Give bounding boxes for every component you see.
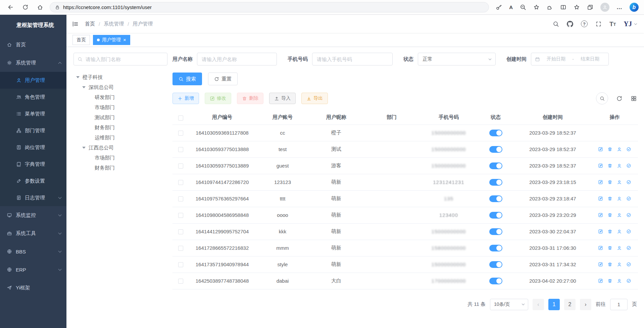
more-options-icon[interactable]: … xyxy=(616,4,623,11)
delete-user-icon[interactable] xyxy=(607,147,612,152)
sidebar-item-bbs[interactable]: BBS xyxy=(0,242,66,261)
status-toggle[interactable] xyxy=(489,228,502,235)
page-size-select[interactable]: 10条/页 xyxy=(490,299,528,310)
tab-user-management[interactable]: 用户管理 × xyxy=(93,35,130,45)
row-checkbox[interactable] xyxy=(178,163,183,169)
delete-user-icon[interactable] xyxy=(607,196,612,201)
assign-role-icon[interactable] xyxy=(626,180,631,185)
sidebar-item-menu-management[interactable]: 菜单管理 xyxy=(0,105,66,122)
sidebar-item-role-management[interactable]: 角色管理 xyxy=(0,89,66,105)
username-input[interactable] xyxy=(197,53,277,65)
address-bar[interactable]: https://ccnetcore.com:1101/system/user xyxy=(50,2,489,12)
breadcrumb-user[interactable]: 用户管理 xyxy=(133,21,153,27)
goto-page-input[interactable] xyxy=(610,299,628,310)
status-toggle[interactable] xyxy=(489,212,502,219)
assign-role-icon[interactable] xyxy=(626,245,631,250)
fullscreen-icon[interactable] xyxy=(595,21,602,27)
status-toggle[interactable] xyxy=(489,179,502,186)
tree-node[interactable]: 财务部门 xyxy=(73,123,167,133)
home-button[interactable] xyxy=(35,2,45,12)
tree-node[interactable]: 江西总公司 xyxy=(73,143,167,153)
row-checkbox[interactable] xyxy=(178,147,183,152)
reset-password-icon[interactable] xyxy=(617,245,622,250)
assign-role-icon[interactable] xyxy=(626,196,631,201)
row-checkbox[interactable] xyxy=(178,246,183,251)
search-icon[interactable] xyxy=(553,21,559,27)
read-aloud-icon[interactable]: A xyxy=(509,4,513,10)
tree-node[interactable]: 深圳总公司 xyxy=(73,82,167,92)
edit-user-icon[interactable] xyxy=(598,180,603,185)
assign-role-icon[interactable] xyxy=(626,163,631,168)
copilot-bing-icon[interactable]: b xyxy=(630,3,639,12)
edit-user-icon[interactable] xyxy=(598,147,603,152)
delete-button[interactable]: 删除 xyxy=(237,93,263,104)
prev-page-button[interactable]: ‹ xyxy=(533,299,544,310)
sidebar-item-post-management[interactable]: 岗位管理 xyxy=(0,139,66,156)
edit-user-icon[interactable] xyxy=(598,163,603,168)
edit-user-icon[interactable] xyxy=(598,262,603,267)
phone-input[interactable] xyxy=(312,53,393,65)
add-button[interactable]: 新增 xyxy=(172,93,199,104)
row-checkbox[interactable] xyxy=(178,180,183,185)
reset-password-icon[interactable] xyxy=(617,196,622,201)
tree-node[interactable]: 市场部门 xyxy=(73,102,167,112)
export-button[interactable]: 导出 xyxy=(301,93,328,104)
toggle-search-button[interactable] xyxy=(596,92,608,104)
column-settings-icon[interactable] xyxy=(631,95,637,102)
page-button-1[interactable]: 1 xyxy=(548,299,560,310)
font-size-icon[interactable]: TT xyxy=(609,21,616,27)
row-checkbox[interactable] xyxy=(178,131,183,136)
status-toggle[interactable] xyxy=(489,261,502,268)
delete-user-icon[interactable] xyxy=(607,163,612,168)
assign-role-icon[interactable] xyxy=(626,262,631,267)
delete-user-icon[interactable] xyxy=(607,245,612,250)
password-key-icon[interactable] xyxy=(496,4,502,10)
assign-role-icon[interactable] xyxy=(626,147,631,152)
edit-user-icon[interactable] xyxy=(598,213,603,218)
reset-password-icon[interactable] xyxy=(617,147,622,152)
sidebar-item-user-management[interactable]: 用户管理 xyxy=(0,72,66,89)
select-all-checkbox[interactable] xyxy=(178,115,183,121)
tree-node[interactable]: 测试部门 xyxy=(73,112,167,123)
reset-password-icon[interactable] xyxy=(617,278,622,283)
sidebar-item-system-tools[interactable]: 系统工具 xyxy=(0,224,66,242)
breadcrumb-home[interactable]: 首页 xyxy=(85,21,95,27)
sidebar-item-yi-framework[interactable]: Yi框架 xyxy=(0,279,66,297)
sidebar-collapse-icon[interactable] xyxy=(72,20,79,28)
zoom-out-icon[interactable] xyxy=(520,4,526,10)
row-checkbox[interactable] xyxy=(178,229,183,234)
row-checkbox[interactable] xyxy=(178,213,183,218)
sidebar-item-log-management[interactable]: 日志管理 xyxy=(0,189,66,206)
edit-button[interactable]: 修改 xyxy=(205,93,231,104)
breadcrumb-system[interactable]: 系统管理 xyxy=(104,21,124,27)
reset-button[interactable]: 重置 xyxy=(208,73,238,85)
status-toggle[interactable] xyxy=(489,278,502,284)
profile-avatar[interactable] xyxy=(600,3,609,12)
collections-icon[interactable] xyxy=(587,4,593,10)
reset-password-icon[interactable] xyxy=(617,229,622,234)
row-checkbox[interactable] xyxy=(178,279,183,284)
back-button[interactable] xyxy=(5,2,15,12)
tree-node[interactable]: 运维部门 xyxy=(73,133,167,143)
delete-user-icon[interactable] xyxy=(607,262,612,267)
reset-password-icon[interactable] xyxy=(617,180,622,185)
user-avatar[interactable]: YJ xyxy=(624,20,637,28)
next-page-button[interactable]: › xyxy=(580,299,591,310)
status-select[interactable]: 正常 xyxy=(418,53,496,65)
refresh-button[interactable] xyxy=(20,2,30,12)
edit-user-icon[interactable] xyxy=(598,245,603,250)
sidebar-item-param-settings[interactable]: 参数设置 xyxy=(0,173,66,189)
search-button[interactable]: 搜索 xyxy=(172,73,202,85)
sidebar-item-system-monitor[interactable]: 系统监控 xyxy=(0,206,66,224)
reset-password-icon[interactable] xyxy=(617,262,622,267)
status-toggle[interactable] xyxy=(489,162,502,169)
page-button-2[interactable]: 2 xyxy=(564,299,576,310)
refresh-table-icon[interactable] xyxy=(616,95,623,102)
status-toggle[interactable] xyxy=(489,245,502,251)
status-toggle[interactable] xyxy=(489,146,502,153)
sidebar-item-erp[interactable]: ERP xyxy=(0,261,66,279)
assign-role-icon[interactable] xyxy=(626,278,631,283)
sidebar-item-dict-management[interactable]: 字典管理 xyxy=(0,156,66,173)
date-range-picker[interactable]: 开始日期 - 结束日期 xyxy=(531,53,609,65)
sidebar-item-dept-management[interactable]: 部门管理 xyxy=(0,122,66,139)
